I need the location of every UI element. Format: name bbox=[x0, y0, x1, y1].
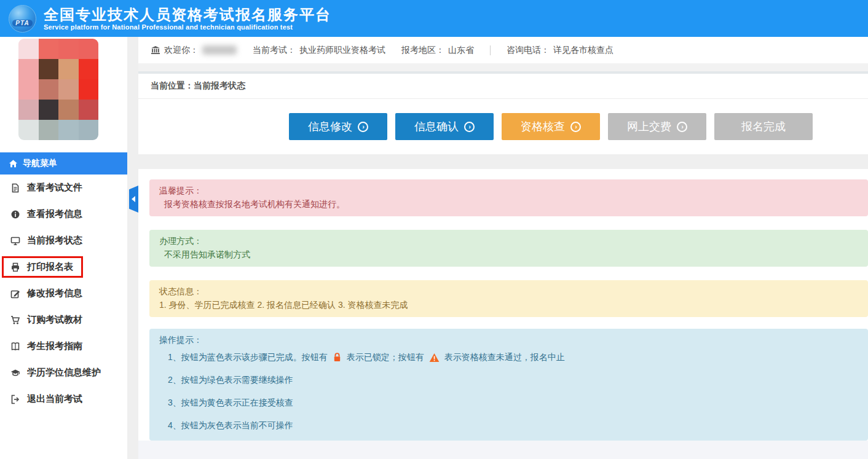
sidebar-item-label: 当前报考状态 bbox=[27, 235, 82, 246]
sidebar-item-label: 学历学位信息维护 bbox=[27, 367, 101, 379]
pta-logo-icon: PTA bbox=[9, 5, 36, 33]
sidebar-collapse-toggle[interactable] bbox=[129, 186, 138, 213]
alert-status-info: 状态信息： 1. 身份、学历已完成核查 2. 报名信息已经确认 3. 资格核查未… bbox=[149, 280, 868, 317]
candidate-photo bbox=[18, 39, 98, 140]
sidebar-item-exit-exam[interactable]: 退出当前考试 bbox=[0, 386, 127, 412]
step-label: 信息修改 bbox=[308, 119, 352, 134]
step-label: 报名完成 bbox=[741, 119, 786, 134]
step-label: 网上交费 bbox=[627, 119, 671, 134]
phone-label: 咨询电话： bbox=[507, 45, 550, 56]
sidebar-item-candidate-guide[interactable]: 考生报考指南 bbox=[0, 333, 127, 359]
region-label: 报考地区： bbox=[401, 45, 444, 56]
photo-mosaic-cell bbox=[79, 79, 99, 100]
operation-tip-line-4: 4、按钮为灰色表示当前不可操作 bbox=[159, 420, 858, 431]
sidebar-item-label: 考生报考指南 bbox=[27, 340, 82, 352]
photo-mosaic-cell bbox=[18, 39, 39, 59]
cart-icon bbox=[10, 315, 20, 325]
photo-mosaic-cell bbox=[58, 120, 79, 140]
sidebar-item-degree-maintenance[interactable]: 学历学位信息维护 bbox=[0, 359, 127, 386]
sidebar-item-label: 查看考试文件 bbox=[27, 182, 82, 194]
photo-mosaic-cell bbox=[79, 100, 99, 120]
alert-warm-tip: 温馨提示： 报考资格核查按报名地考试机构有关通知进行。 bbox=[149, 179, 868, 216]
photo-mosaic-cell bbox=[18, 59, 39, 79]
page-background bbox=[138, 441, 868, 459]
alert-title: 操作提示： bbox=[159, 334, 858, 346]
photo-mosaic-cell bbox=[18, 120, 39, 140]
sidebar-item-order-materials[interactable]: 订购考试教材 bbox=[0, 307, 127, 333]
arrow-circle-right-icon: › bbox=[358, 122, 368, 132]
sidebar-item-modify-info[interactable]: 修改报考信息 bbox=[0, 280, 127, 307]
sidebar-item-print-form[interactable]: 打印报名表 bbox=[0, 254, 127, 280]
tip-text: 1、按钮为蓝色表示该步骤已完成。按钮有 bbox=[168, 351, 328, 363]
sidebar-item-label: 订购考试教材 bbox=[27, 314, 82, 326]
arrow-circle-right-icon: › bbox=[464, 122, 475, 132]
photo-mosaic-cell bbox=[79, 120, 99, 140]
operation-tip-line-2: 2、按钮为绿色表示需要继续操作 bbox=[159, 374, 858, 386]
photo-mosaic-cell bbox=[58, 79, 79, 100]
operation-tip-line-1: 1、按钮为蓝色表示该步骤已完成。按钮有 表示已锁定；按钮有 表示资格核查未通过，… bbox=[159, 351, 858, 363]
status-content-panel: 温馨提示： 报考资格核查按报名地考试机构有关通知进行。 办理方式： 不采用告知承… bbox=[138, 169, 868, 441]
region-value: 山东省 bbox=[448, 45, 474, 56]
pta-logo-text: PTA bbox=[12, 20, 32, 26]
sidebar: 导航菜单 查看考试文件 查看报考信息 当前报考状态 打印报名表 bbox=[0, 37, 127, 459]
alert-operation-tips: 操作提示： 1、按钮为蓝色表示该步骤已完成。按钮有 表示已锁定；按钮有 表示资格… bbox=[149, 329, 868, 441]
graduation-cap-icon bbox=[10, 368, 20, 378]
desktop-icon bbox=[10, 236, 20, 246]
photo-mosaic-cell bbox=[79, 59, 99, 79]
photo-mosaic-cell bbox=[39, 39, 59, 59]
step-button-qualification-check[interactable]: 资格核查 › bbox=[502, 113, 600, 140]
sidebar-item-label: 查看报考信息 bbox=[27, 208, 82, 220]
app-header: PTA 全国专业技术人员资格考试报名服务平台 Service platform … bbox=[0, 0, 868, 37]
tip-text: 表示资格核查未通过，报名中止 bbox=[444, 351, 565, 363]
photo-mosaic-cell bbox=[58, 100, 79, 120]
photo-mosaic-cell bbox=[39, 120, 59, 140]
alert-body: 不采用告知承诺制方式 bbox=[159, 249, 858, 261]
step-button-info-modify[interactable]: 信息修改 › bbox=[289, 113, 387, 140]
alert-title: 办理方式： bbox=[159, 235, 858, 247]
arrow-circle-right-icon: › bbox=[570, 122, 581, 132]
welcome-bar: 欢迎你： 当前考试：执业药师职业资格考试 报考地区：山东省 咨询电话：详见各市核… bbox=[138, 37, 868, 63]
chevron-left-icon bbox=[132, 196, 135, 202]
alert-body: 1. 身份、学历已完成核查 2. 报名信息已经确认 3. 资格核查未完成 bbox=[159, 299, 858, 311]
welcome-label: 欢迎你： bbox=[164, 45, 199, 56]
alert-title: 状态信息： bbox=[159, 286, 858, 297]
sidebar-item-current-status[interactable]: 当前报考状态 bbox=[0, 227, 127, 254]
sidebar-item-label: 打印报名表 bbox=[27, 261, 73, 273]
step-label: 资格核查 bbox=[521, 119, 565, 134]
step-label: 信息确认 bbox=[414, 119, 459, 134]
photo-mosaic-cell bbox=[58, 39, 79, 59]
candidate-name-redacted bbox=[202, 45, 237, 55]
home-icon bbox=[9, 159, 18, 168]
sidebar-item-view-exam-files[interactable]: 查看考试文件 bbox=[0, 175, 127, 201]
app-title: 全国专业技术人员资格考试报名服务平台 bbox=[44, 6, 331, 23]
printer-icon bbox=[10, 262, 20, 272]
alert-title: 温馨提示： bbox=[159, 185, 858, 197]
sidebar-item-view-registration-info[interactable]: 查看报考信息 bbox=[0, 201, 127, 227]
photo-mosaic-cell bbox=[39, 100, 59, 120]
step-button-info-confirm[interactable]: 信息确认 › bbox=[395, 113, 494, 140]
photo-mosaic-cell bbox=[79, 39, 99, 59]
photo-mosaic-cell bbox=[39, 79, 59, 100]
arrow-circle-right-icon: › bbox=[677, 122, 687, 132]
photo-mosaic-cell bbox=[39, 59, 59, 79]
warning-triangle-icon bbox=[427, 353, 441, 363]
sidebar-gap bbox=[127, 37, 138, 459]
app-subtitle: Service platform for National Profession… bbox=[44, 23, 331, 31]
file-text-icon bbox=[10, 183, 20, 193]
alert-processing-method: 办理方式： 不采用告知承诺制方式 bbox=[149, 230, 868, 267]
step-button-online-payment[interactable]: 网上交费 › bbox=[608, 113, 706, 140]
current-exam-label: 当前考试： bbox=[253, 45, 296, 56]
photo-mosaic-cell bbox=[18, 79, 39, 100]
step-button-registration-complete[interactable]: 报名完成 bbox=[714, 113, 813, 140]
edit-icon bbox=[10, 289, 20, 299]
photo-mosaic-cell bbox=[18, 100, 39, 120]
institution-icon bbox=[151, 45, 160, 55]
photo-mosaic-cell bbox=[58, 59, 79, 79]
step-buttons-panel: 信息修改 › 信息确认 › 资格核查 › 网上交费 › 报名完成 bbox=[138, 99, 868, 154]
spacer bbox=[138, 154, 868, 169]
book-icon bbox=[10, 342, 20, 351]
tip-text: 表示已锁定；按钮有 bbox=[347, 351, 424, 363]
divider bbox=[490, 45, 491, 55]
sign-out-icon bbox=[10, 394, 20, 404]
lock-icon bbox=[331, 352, 344, 363]
